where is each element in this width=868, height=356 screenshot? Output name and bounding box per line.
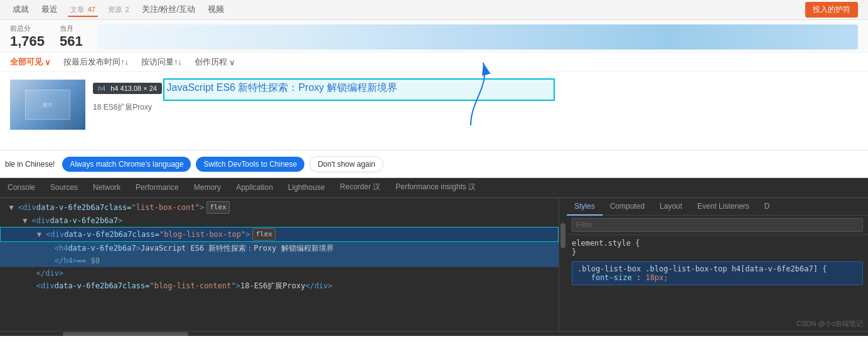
dom-line-1[interactable]: ▼ <div data-v-6fe2b6a7 class= "list-box-… bbox=[0, 201, 559, 214]
dom-scrollbar[interactable] bbox=[559, 198, 567, 331]
styles-tab-event-listeners[interactable]: Event Listeners bbox=[690, 198, 757, 216]
devtools-main: ▼ <div data-v-6fe2b6a7 class= "list-box-… bbox=[0, 198, 868, 331]
tab-recorder[interactable]: Recorder 汉 bbox=[333, 178, 388, 198]
dom-line-3[interactable]: ▼ <div data-v-6fe2b6a7 class= "blog-list… bbox=[0, 227, 559, 242]
styles-filter-area bbox=[567, 216, 868, 235]
filter-bar: 全部可见 ∨ 按最后发布时间↑↓ 按访问量↑↓ 创作历程 ∨ bbox=[0, 53, 868, 72]
nav-tab-follow[interactable]: 关注/粉丝/互动 bbox=[139, 3, 198, 18]
watermark-text: CSDN @小z前端笔记 bbox=[796, 319, 863, 328]
filter-by-time[interactable]: 按最后发布时间↑↓ bbox=[63, 56, 129, 68]
month-score-stat: 当月 561 bbox=[60, 24, 83, 50]
nav-tab-recent[interactable]: 最近 bbox=[39, 3, 60, 18]
tab-application[interactable]: Application bbox=[228, 178, 281, 198]
filter-history[interactable]: 创作历程 ∨ bbox=[195, 56, 235, 68]
nav-tab-article[interactable]: 文章 47 bbox=[68, 3, 98, 17]
tab-console[interactable]: Console bbox=[0, 178, 43, 198]
language-bar: ble in Chinese! Always match Chrome's la… bbox=[0, 150, 868, 178]
css-rule-box: .blog-list-box .blog-list-box-top h4[dat… bbox=[572, 261, 863, 285]
tab-performance-insights[interactable]: Performance insights 汉 bbox=[388, 178, 483, 198]
nav-tab-achievement[interactable]: 成就 bbox=[10, 3, 31, 18]
article-info: h4 h4 413.08 × 24 JavaScript ES6 新特性探索：P… bbox=[93, 80, 858, 130]
styles-tab-computed[interactable]: Computed bbox=[603, 198, 652, 216]
dom-panel: ▼ <div data-v-6fe2b6a7 class= "list-box-… bbox=[0, 198, 559, 331]
tab-network[interactable]: Network bbox=[85, 178, 128, 198]
styles-panel: Styles Computed Layout Event Listeners D… bbox=[567, 198, 868, 331]
bottom-scroll-thumb[interactable] bbox=[63, 332, 188, 336]
devtools-tabs: Console Sources Network Performance Memo… bbox=[0, 178, 868, 198]
styles-tab-d[interactable]: D bbox=[757, 198, 778, 216]
tab-memory[interactable]: Memory bbox=[186, 178, 228, 198]
styles-tab-layout[interactable]: Layout bbox=[652, 198, 690, 216]
nav-bar: 成就 最近 文章 47 资源 2 关注/粉丝/互动 视频 投入的护符 bbox=[0, 0, 868, 20]
article-thumbnail: 图片 bbox=[10, 80, 85, 130]
total-score-stat: 前总分 1,765 bbox=[10, 24, 45, 50]
article-card: 图片 h4 h4 413.08 × 24 JavaScript ES6 新特性探… bbox=[0, 75, 868, 135]
dom-line-7[interactable]: <div data-v-6fe2b6a7 class= "blog-list-c… bbox=[0, 280, 559, 292]
nav-tab-resource[interactable]: 资源 2 bbox=[105, 3, 132, 17]
article-title[interactable]: JavaScript ES6 新特性探索：Proxy 解锁编程新境界 bbox=[164, 80, 554, 96]
styles-filter-input[interactable] bbox=[572, 218, 863, 232]
dom-line-2[interactable]: ▼ <div data-v-6fe2b6a7 > bbox=[0, 214, 559, 227]
filter-all[interactable]: 全部可见 ∨ bbox=[10, 56, 51, 68]
element-style-rule: element.style { } bbox=[572, 239, 863, 256]
switch-chinese-button[interactable]: Switch DevTools to Chinese bbox=[196, 157, 304, 172]
dom-line-6[interactable]: </div> bbox=[0, 267, 559, 280]
article-desc: 18 ES6扩展Proxy bbox=[93, 102, 858, 113]
nav-tab-video[interactable]: 视频 bbox=[205, 3, 227, 18]
watermark-area: CSDN @小z前端笔记 bbox=[567, 318, 868, 331]
dom-line-4[interactable]: <h4 data-v-6fe2b6a7 > JavaScript ES6 新特性… bbox=[0, 242, 559, 254]
filter-by-views[interactable]: 按访问量↑↓ bbox=[141, 56, 182, 68]
styles-content: element.style { } .blog-list-box .blog-l… bbox=[567, 235, 868, 318]
bottom-scrollbar[interactable] bbox=[0, 331, 868, 336]
tab-performance[interactable]: Performance bbox=[128, 178, 186, 198]
element-tooltip: h4 h4 413.08 × 24 bbox=[93, 83, 162, 94]
styles-tab-bar: Styles Computed Layout Event Listeners D bbox=[567, 198, 868, 216]
website-preview: 成就 最近 文章 47 资源 2 关注/粉丝/互动 视频 投入的护符 前总分 1… bbox=[0, 0, 868, 150]
search-button[interactable]: 投入的护符 bbox=[805, 2, 858, 18]
match-language-button[interactable]: Always match Chrome's language bbox=[62, 157, 191, 172]
language-notice-text: ble in Chinese! bbox=[5, 160, 55, 169]
dom-line-5[interactable]: </h4> == $0 bbox=[0, 254, 559, 267]
styles-tab-styles[interactable]: Styles bbox=[567, 198, 603, 216]
dont-show-again-button[interactable]: Don't show again bbox=[309, 156, 383, 172]
tab-lighthouse[interactable]: Lighthouse bbox=[281, 178, 333, 198]
scrollbar-thumb[interactable] bbox=[560, 223, 565, 248]
tab-sources[interactable]: Sources bbox=[43, 178, 85, 198]
